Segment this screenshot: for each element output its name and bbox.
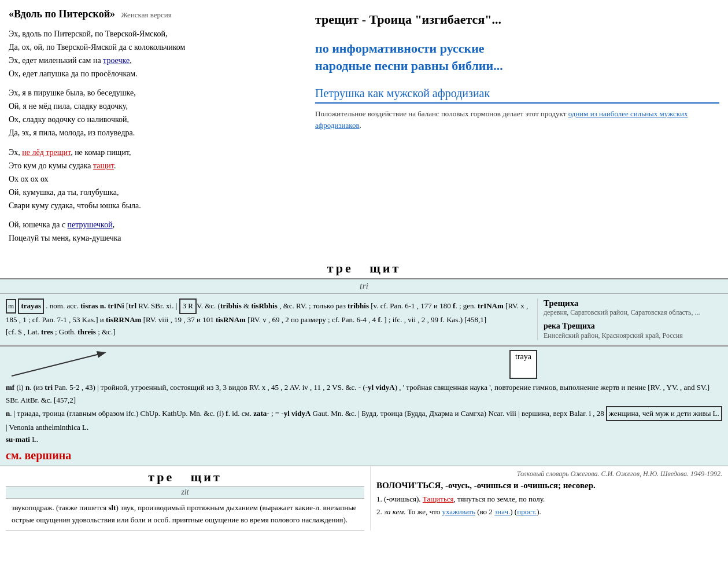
poem-line-14: Ой, юшечка да с петрушечкой, xyxy=(9,218,298,231)
traya-header-row: traya xyxy=(6,350,722,379)
tisrbhis: tisRbhis xyxy=(251,301,278,310)
traya-box: traya xyxy=(509,350,537,379)
znach-link[interactable]: знач. xyxy=(494,507,510,516)
f2: f xyxy=(378,315,380,324)
zlt-header: zlt xyxy=(6,486,364,498)
bottom-section: тре щит zlt звукоподраж. (также пишется … xyxy=(0,466,728,530)
traya-section: traya mf (l) n. (из tri Pan. 5-2 , 43) |… xyxy=(0,346,728,466)
sumati: su-mati xyxy=(6,435,30,444)
volochy-title: ВОЛОЧИ'ТЬСЯ, -очусь, -очишься и -очишься… xyxy=(376,481,722,491)
aphrodisiac-link1[interactable]: одним из наиболее сильных мужских афроди… xyxy=(315,109,688,130)
treshhit-text-1: тре щит xyxy=(327,261,401,275)
tri-label: tri xyxy=(360,281,368,291)
trayas-box: trayas xyxy=(18,298,44,314)
poem-line-1: Эх, вдоль по Питерской, по Тверской-Ямск… xyxy=(9,27,298,40)
poem-verse-2: Эх, я в пирушке была, во беседушке, Ой, … xyxy=(9,86,298,139)
poem-line-9: Эх, не лёд трещит, не комар пищит, xyxy=(9,146,298,159)
see-vertex: см. вершина xyxy=(6,449,722,462)
zlt-text: звукоподраж. (также пишется slt) звук, п… xyxy=(6,498,364,530)
treshhit-header-2: тре щит xyxy=(6,466,364,486)
tri-text: m trayas . nom. acc. tisras n. trINi [tr… xyxy=(6,298,531,338)
tashitsya-link[interactable]: Тащиться xyxy=(423,495,454,503)
tres: tres xyxy=(41,327,53,336)
poem-verse-1: Эх, вдоль по Питерской, по Тверской-Ямск… xyxy=(9,27,298,80)
n-label2: n xyxy=(6,409,10,418)
tri-section-wrapper: tri m trayas . nom. acc. tisras n. trINi… xyxy=(0,278,728,346)
poem-subtitle: Женская версия xyxy=(121,10,172,19)
m-prefix: m xyxy=(6,299,16,314)
poem-line-5: Эх, я в пирушке была, во беседушке, xyxy=(9,86,298,99)
petrusha-section: Петрушка как мужской афродизиак Положите… xyxy=(315,87,719,131)
poem-verse-3: Эх, не лёд трещит, не комар пищит, Это к… xyxy=(9,146,298,212)
poem-verse-4: Ой, юшечка да с петрушечкой, Поцелуй ты … xyxy=(9,218,298,245)
treshikha-subtitle: деревня, Саратовский район, Саратовская … xyxy=(544,308,722,317)
bottom-left: тре щит zlt звукоподраж. (также пишется … xyxy=(0,466,370,530)
slt-bold: slt xyxy=(109,503,116,512)
river-sub: Енисейский район, Красноярский край, Рос… xyxy=(544,331,683,340)
vidya2: vidyA xyxy=(291,409,311,418)
vidya: vidyA xyxy=(375,383,394,392)
poem-title: «Вдоль по Питерской»Женская версия xyxy=(9,6,298,23)
prost-link[interactable]: прост. xyxy=(517,507,537,516)
treshhit-text-2: тре щит xyxy=(148,470,222,484)
petrusha-text: Положительное воздействие на баланс поло… xyxy=(315,108,719,131)
f1: f xyxy=(453,301,455,310)
tisrrnam: tisRRNAm xyxy=(106,315,141,324)
poem-main-title: «Вдоль по Питерской» xyxy=(9,8,115,20)
poem-line-2: Да, ох, ой, по Тверской-Ямской да с коло… xyxy=(9,40,298,54)
trl: trl xyxy=(128,301,136,310)
mf-label: mf xyxy=(6,383,14,392)
zhenshina-box: женщина, чей муж и дети живы L. xyxy=(606,406,722,421)
poem-line-13: Свари куму судака, чтобы юшка была. xyxy=(9,199,298,212)
zlt-label: zlt xyxy=(181,488,189,496)
za-kem: за кем xyxy=(384,507,404,516)
svg-line-0 xyxy=(12,353,104,376)
river-label: река Трещиха xyxy=(544,322,595,330)
poem-line-10: Это кум до кумы судака тащит. xyxy=(9,159,298,172)
poem-line-11: Ох ох ох ох xyxy=(9,172,298,186)
threis: threis xyxy=(77,327,96,336)
poem-line-15: Поцелуй ты меня, кума-душечка xyxy=(9,231,298,245)
poem-column: «Вдоль по Питерской»Женская версия Эх, в… xyxy=(0,0,306,256)
volochy-source: Толковый словарь Ожегова. С.И. Ожегов, Н… xyxy=(376,470,722,478)
tribhis2: tribhis xyxy=(348,301,369,310)
n-label: n xyxy=(25,383,29,392)
tri-right: Трещиха деревня, Саратовский район, Сара… xyxy=(537,298,722,340)
tri-header: tri xyxy=(0,279,728,293)
f3: f xyxy=(226,409,228,418)
three-box: 3 R xyxy=(179,298,197,314)
led-treshit-link[interactable]: не лёд трещит xyxy=(22,148,71,157)
poem-line-8: Да, эх, я пила, молода, из полуведра. xyxy=(9,126,298,139)
volochy-source-text: Толковый словарь Ожегова. С.И. Ожегов, Н… xyxy=(517,470,722,478)
volochy-p1: 1. (-очишься). Тащиться, тянуться по зем… xyxy=(376,493,722,505)
traya-text: mf (l) n. (из tri Pan. 5-2 , 43) | тройн… xyxy=(6,381,722,445)
big-title: трещит - Троица "изгибается"... xyxy=(315,12,719,28)
yl2: yl xyxy=(284,409,290,418)
info-blue-text: по информативности русскиенародные песни… xyxy=(315,40,719,76)
volochy-text: 1. (-очишься). Тащиться, тянуться по зем… xyxy=(376,493,722,518)
arrow-svg xyxy=(6,350,121,379)
tashit-link[interactable]: тащит xyxy=(93,161,114,170)
right-info-column: трещит - Троица "изгибается"... по инфор… xyxy=(306,0,728,256)
petrushechka-link[interactable]: петрушечкой xyxy=(68,220,113,229)
yl: yl xyxy=(368,383,374,392)
poem-line-4: Ох, едет лапушка да по просёлочкам. xyxy=(9,67,298,80)
poem-line-7: Ох, сладку водочку со наливочкой, xyxy=(9,113,298,126)
poem-line-3: Эх, едет миленький сам на троечке, xyxy=(9,54,298,67)
volochy-title-text: ВОЛОЧИ'ТЬСЯ, -очусь, -очишься и -очишься… xyxy=(376,481,596,490)
volochy-p2: 2. за кем. То же, что ухаживать (во 2 зн… xyxy=(376,506,722,518)
treshikha-river: река Трещиха Енисейский район, Красноярс… xyxy=(544,322,722,340)
tri-section: m trayas . nom. acc. tisras n. trINi [tr… xyxy=(0,293,728,345)
tri-left: m trayas . nom. acc. tisras n. trINi [tr… xyxy=(6,298,537,340)
tri-ref: tri xyxy=(45,383,53,392)
tisras: tisras n. trINi xyxy=(80,301,124,310)
treshikha-title: Трещиха xyxy=(544,298,722,308)
troechka-link[interactable]: троечке xyxy=(103,56,130,65)
treshhit-header-1: тре щит xyxy=(0,256,728,278)
poem-line-6: Ой, я не мёд пила, сладку водочку, xyxy=(9,99,298,113)
tisrnam: tisRNAm xyxy=(216,315,246,324)
bottom-right: Толковый словарь Ожегова. С.И. Ожегов, Н… xyxy=(370,466,728,530)
uhazhivat-link[interactable]: ухаживать xyxy=(442,507,475,516)
poem-line-12: Ой, кумушка, да ты, голубушка, xyxy=(9,186,298,199)
tribhis: tribhis xyxy=(220,301,242,310)
